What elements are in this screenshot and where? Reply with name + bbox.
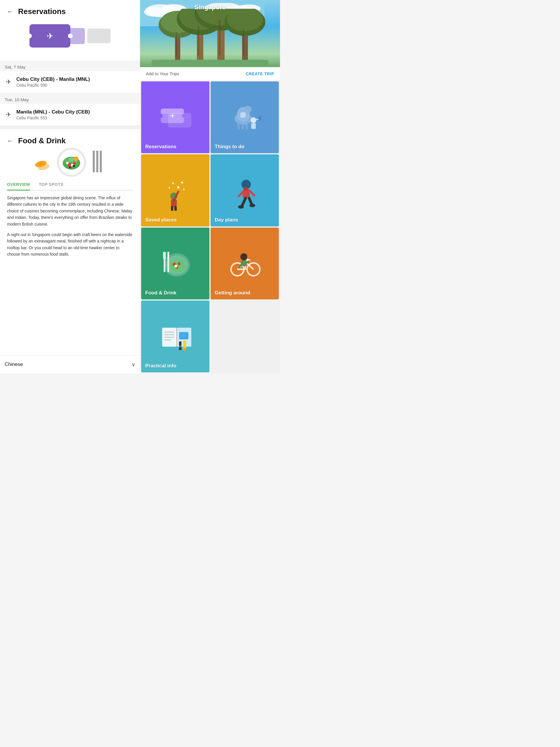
food-description: Singapore has an impressive global dinin… <box>7 195 133 258</box>
svg-rect-111 <box>164 332 175 333</box>
chinese-label: Chinese <box>5 362 23 367</box>
svg-rect-44 <box>219 20 220 55</box>
svg-rect-61 <box>251 123 256 129</box>
utensils-icon <box>90 149 106 175</box>
flight-number-2: Cebu Pacific 553 <box>16 115 90 120</box>
chevron-down-icon: ∨ <box>132 361 135 368</box>
hero-city-title: Singapore <box>194 3 226 11</box>
reservations-title: Reservations <box>18 7 65 16</box>
tile-practical-info[interactable]: 🛒 Practical info <box>141 301 209 372</box>
svg-rect-63 <box>259 117 261 121</box>
svg-rect-19 <box>93 151 95 173</box>
svg-point-16 <box>73 165 75 167</box>
svg-rect-66 <box>171 206 173 211</box>
svg-rect-118 <box>179 345 181 347</box>
create-trip-button[interactable]: CREATE TRIP <box>246 72 274 76</box>
flight-number-1: Cebu Pacific 590 <box>16 83 90 87</box>
svg-point-89 <box>175 265 177 267</box>
svg-text:★: ★ <box>180 180 184 185</box>
tile-day-plans-label: Day plans <box>211 213 242 227</box>
orange-slices-icon <box>34 153 53 172</box>
food-paragraph-1: Singapore has an impressive global dinin… <box>7 195 133 227</box>
food-title: Food & Drink <box>18 136 65 145</box>
things-to-do-icon <box>226 98 264 136</box>
svg-point-60 <box>250 117 257 123</box>
tab-top-spots[interactable]: TOP SPOTS <box>39 179 63 190</box>
food-back-button[interactable]: ← <box>7 137 14 145</box>
svg-rect-113 <box>164 337 175 338</box>
food-illustration <box>7 148 133 177</box>
svg-point-54 <box>243 106 252 113</box>
svg-text:★: ★ <box>171 181 175 185</box>
tile-reservations[interactable]: ✈ Reservations <box>141 81 209 153</box>
day-plans-icon <box>226 170 264 211</box>
svg-line-77 <box>242 198 246 206</box>
section-divider <box>0 126 140 129</box>
hero-back-button[interactable]: ← <box>145 5 151 12</box>
reservations-header: ← Reservations <box>7 7 133 16</box>
svg-rect-59 <box>240 112 246 118</box>
reservations-tile-icon: ✈ <box>156 103 194 132</box>
food-drink-tile-icon <box>156 244 194 282</box>
flight-icon-2: ✈ <box>6 111 11 119</box>
supertrees-illustration <box>152 9 268 67</box>
svg-point-82 <box>249 204 255 207</box>
tab-overview[interactable]: OVERVIEW <box>7 179 30 190</box>
svg-point-87 <box>178 262 181 265</box>
svg-point-10 <box>69 157 74 161</box>
svg-rect-67 <box>175 206 177 211</box>
svg-rect-55 <box>237 122 240 130</box>
svg-point-18 <box>74 156 78 161</box>
date-label-2: Tue, 10 May <box>0 93 140 104</box>
svg-rect-43 <box>198 26 199 55</box>
svg-rect-92 <box>165 252 166 259</box>
food-tabs: OVERVIEW TOP SPOTS <box>7 179 133 190</box>
svg-rect-91 <box>163 252 164 259</box>
main-ticket: ✈ <box>29 24 70 48</box>
tile-getting-around-label: Getting around <box>211 287 254 300</box>
food-section: ← Food & Drink <box>0 129 140 355</box>
tiles-grid: ✈ Reservations <box>140 80 280 374</box>
tile-things-to-do-label: Things to do <box>211 140 248 153</box>
svg-point-17 <box>69 166 71 169</box>
svg-line-80 <box>250 191 254 196</box>
right-panel: ← Singapore Add to Your Trips CREATE TRI… <box>140 0 280 374</box>
plane-icon: ✈ <box>47 31 53 41</box>
svg-rect-51 <box>168 113 191 128</box>
svg-rect-114 <box>164 339 171 340</box>
svg-rect-76 <box>244 187 248 190</box>
add-trips-text: Add to Your Trips <box>146 71 179 76</box>
tile-getting-around[interactable]: Getting around <box>211 228 279 300</box>
flight-info-2: Manila (MNL) - Cebu City (CEB) Cebu Paci… <box>16 109 90 120</box>
flight-card-2[interactable]: ✈ Manila (MNL) - Cebu City (CEB) Cebu Pa… <box>0 104 140 126</box>
reservations-section: ← Reservations ✈ <box>0 0 140 60</box>
tile-things-to-do[interactable]: Things to do <box>211 81 279 153</box>
svg-text:★: ★ <box>176 185 180 190</box>
salad-plate-icon <box>56 147 87 178</box>
date-label-1: Sat, 7 May <box>0 60 140 71</box>
svg-point-15 <box>66 162 69 164</box>
svg-rect-45 <box>243 29 244 55</box>
chinese-dropdown[interactable]: Chinese ∨ <box>0 355 140 374</box>
flight-route-1: Cebu City (CEB) - Manila (MNL) <box>16 76 90 82</box>
svg-rect-120 <box>183 348 186 351</box>
tile-saved-places-label: Saved places <box>141 213 181 227</box>
svg-rect-56 <box>241 123 244 130</box>
ticket-back <box>87 29 110 43</box>
left-panel: ← Reservations ✈ Sat, 7 May ✈ Cebu City … <box>0 0 140 374</box>
getting-around-icon <box>226 244 264 282</box>
tile-food-drink[interactable]: Food & Drink <box>141 228 209 300</box>
reservations-back-button[interactable]: ← <box>7 8 14 16</box>
svg-text:🛒: 🛒 <box>180 334 186 338</box>
svg-text:★: ★ <box>183 188 185 191</box>
practical-info-icon: 🛒 <box>156 317 194 355</box>
svg-rect-112 <box>164 334 175 335</box>
tile-day-plans[interactable]: Day plans <box>211 154 279 226</box>
tile-saved-places[interactable]: ★ ★ ★ ★ ★ Saved places <box>141 154 209 226</box>
add-trips-bar: Add to Your Trips CREATE TRIP <box>140 67 280 80</box>
flight-card-1[interactable]: ✈ Cebu City (CEB) - Manila (MNL) Cebu Pa… <box>0 71 140 93</box>
tile-food-drink-label: Food & Drink <box>141 287 181 300</box>
svg-text:★: ★ <box>168 186 170 189</box>
svg-rect-90 <box>164 252 165 272</box>
svg-point-81 <box>238 205 244 209</box>
